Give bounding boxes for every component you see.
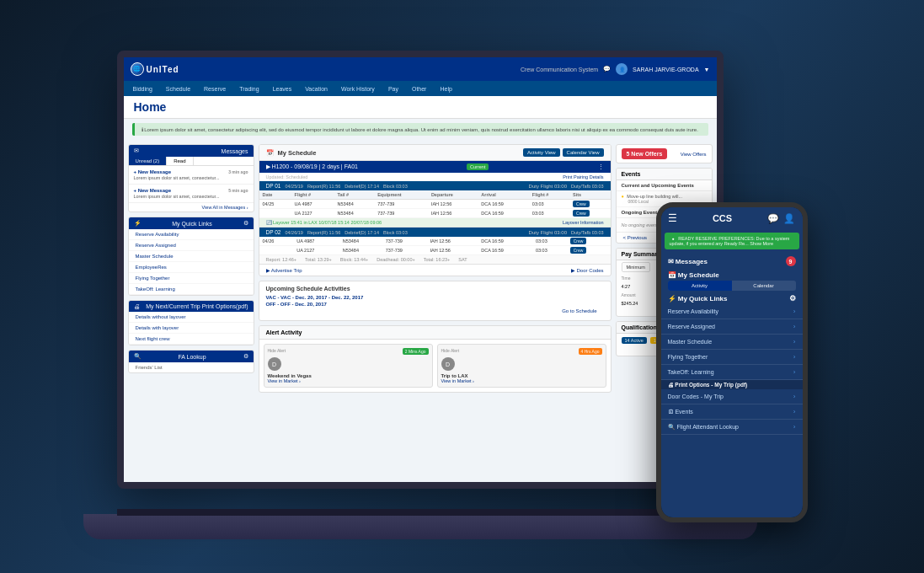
- nav-pay[interactable]: Pay: [386, 84, 401, 94]
- friends-list[interactable]: Friends' List: [129, 362, 254, 372]
- print-no-layover[interactable]: Details without layover: [129, 312, 254, 323]
- chat-icon[interactable]: 💬: [603, 66, 611, 72]
- quick-link-reserve-avail[interactable]: Reserve Availability: [129, 229, 254, 240]
- view-offers-link[interactable]: View Offers: [681, 152, 707, 157]
- trip-dates: 09/08/19: [294, 163, 317, 169]
- chevron-right-icon: ›: [793, 423, 796, 431]
- tab-read[interactable]: Read: [167, 157, 193, 165]
- laptop-hinge: [117, 509, 724, 516]
- amount-label: Amount: [622, 292, 636, 297]
- schedule-section: 📅 My Schedule Activity View Calendar Vie…: [259, 144, 612, 276]
- phone-user-icon[interactable]: 👤: [783, 213, 795, 224]
- phone-quick-links-section[interactable]: ⚡ My Quick Links ⚙: [661, 291, 803, 304]
- message-tabs: Unread (2) Read: [129, 157, 254, 166]
- calendar-view-btn[interactable]: Calendar View: [563, 148, 604, 157]
- phone-messages-section[interactable]: ✉ Messages 9: [661, 253, 803, 268]
- table-row: 04/25 UA 4987 N53484 737-739 IAH 12:56 D…: [259, 200, 611, 209]
- quick-link-master-schedule[interactable]: Master Schedule: [129, 251, 254, 262]
- info-banner: ℹ Lorem ipsum dolor sit amet, consectetu…: [132, 123, 708, 136]
- quick-link-flying-together[interactable]: Flying Together: [129, 273, 254, 284]
- events-header: Events: [617, 169, 712, 180]
- new-offers-button[interactable]: 5 New Offers: [622, 148, 668, 159]
- print-options-section: 🖨 My Next/Current Trip Print Options(pdf…: [128, 300, 254, 345]
- quick-link-reserve-assigned[interactable]: Reserve Assigned: [129, 240, 254, 251]
- hide-alert-1[interactable]: Hide Alert: [268, 348, 286, 355]
- nav-other[interactable]: Other: [409, 84, 430, 94]
- alert-link-1[interactable]: View in Market ›: [268, 378, 429, 383]
- nav-trading[interactable]: Trading: [237, 84, 261, 94]
- trip-actions: ▶ Advertise Trip ▶ Door Codes: [259, 265, 611, 276]
- crew-badge: Crew: [573, 201, 590, 207]
- nav-vacation[interactable]: Vacation: [302, 84, 330, 94]
- schedule-header: 📅 My Schedule Activity View Calendar Vie…: [259, 145, 611, 161]
- phone-fa-lookup[interactable]: 🔍 Flight Attendant Lookup ›: [661, 420, 803, 435]
- laptop-base: [83, 514, 757, 539]
- hamburger-icon[interactable]: ☰: [668, 212, 677, 224]
- nav-leaves[interactable]: Leaves: [270, 84, 295, 94]
- new-message-label-1[interactable]: + New Message: [134, 169, 172, 174]
- phone-header: ☰ CCS 💬 👤: [661, 207, 803, 229]
- schedule-title: 📅 My Schedule: [266, 149, 317, 157]
- print-with-layover[interactable]: Details with layover: [129, 323, 254, 334]
- phone-print-options-divider: 🖨 Print Options - My Trip (pdf): [661, 380, 803, 389]
- event-bullet: ●: [622, 194, 624, 199]
- crew-badge: Crew: [570, 247, 587, 254]
- go-schedule-link[interactable]: Go to Schedule: [562, 308, 596, 313]
- phone-chat-icon[interactable]: 💬: [767, 213, 779, 224]
- alert-link-2[interactable]: View in Market ›: [441, 378, 602, 383]
- phone-schedule-section[interactable]: 📅 My Schedule: [661, 268, 803, 281]
- advertise-trip-link[interactable]: ▶ Advertise Trip: [266, 267, 302, 273]
- phone-reserve-assigned[interactable]: Reserve Assigned ›: [661, 319, 803, 335]
- quick-link-employeeres[interactable]: EmployeeRes: [129, 262, 254, 273]
- phone-master-schedule[interactable]: Master Schedule ›: [661, 335, 803, 350]
- more-icon[interactable]: ⋮: [598, 163, 604, 170]
- new-message-label-2[interactable]: + New Message: [134, 188, 172, 193]
- chevron-right-icon: ›: [793, 393, 796, 400]
- door-codes-link[interactable]: ▶ Door Codes: [571, 267, 604, 273]
- nav-work-history[interactable]: Work History: [339, 84, 377, 94]
- minimum-button[interactable]: Minimum: [622, 262, 650, 272]
- quick-links-section: ⚡ My Quick Links ⚙ Reserve Availability …: [128, 217, 254, 296]
- active-count: 14 Active: [622, 337, 647, 344]
- print-next-flight-crew[interactable]: Next flight crew: [129, 334, 254, 345]
- phone-tab-activity[interactable]: Activity: [668, 281, 732, 291]
- fa-lookup-header: 🔍 FA Lookup ⚙: [129, 351, 254, 362]
- print-pairing-link[interactable]: Print Pairing Details: [563, 174, 603, 179]
- phone-events[interactable]: 🗓 Events ›: [661, 404, 803, 420]
- nav-help[interactable]: Help: [437, 84, 454, 94]
- tab-unread[interactable]: Unread (2): [129, 157, 168, 165]
- content-area: ✉ Messages Unread (2) Read + New Message…: [124, 140, 717, 482]
- dp02-date: 04/26/19: [285, 230, 302, 235]
- msg-text-1: Lorem ipsum dolor sit amet, consectetur.…: [134, 175, 248, 180]
- phone-gear-icon[interactable]: ⚙: [789, 294, 796, 303]
- messages-title: Messages: [222, 148, 248, 154]
- nav-reserve[interactable]: Reserve: [201, 84, 228, 94]
- gear-icon[interactable]: ⚙: [243, 220, 248, 227]
- view-all-messages[interactable]: View All in Messages ›: [129, 203, 254, 212]
- trip-id: H1200: [271, 163, 289, 169]
- message-item-2: + New Message 5 min ago Lorem ipsum dolo…: [129, 185, 254, 203]
- phone-tab-calendar[interactable]: Calendar: [732, 281, 796, 291]
- phone-takeoff[interactable]: TakeOff: Learning ›: [661, 365, 803, 380]
- nav-schedule[interactable]: Schedule: [163, 84, 193, 94]
- layover-info-link[interactable]: Layover Information: [563, 220, 604, 225]
- col-tail: Tail #: [334, 190, 374, 200]
- phone-reserve-avail[interactable]: Reserve Availability ›: [661, 304, 803, 319]
- chevron-down-icon[interactable]: ▼: [704, 67, 710, 72]
- laptop-container: 🌐 UnITed Crew Communication System 💬 👤 S…: [117, 51, 808, 539]
- chevron-right-icon: ›: [793, 353, 796, 361]
- fa-gear-icon[interactable]: ⚙: [243, 353, 248, 360]
- nav-bidding[interactable]: Bidding: [131, 84, 155, 94]
- dp01-flight-table: Date Flight # Tail # Equipment Departure…: [259, 190, 611, 218]
- page-title: Home: [124, 96, 717, 119]
- activity-view-btn[interactable]: Activity View: [523, 148, 560, 157]
- previous-nav[interactable]: < Previous: [623, 235, 648, 240]
- alert-activity-header: Alert Activity: [259, 326, 611, 340]
- quick-link-takeoff[interactable]: TakeOff: Learning: [129, 284, 254, 295]
- phone-flying-together[interactable]: Flying Together ›: [661, 350, 803, 365]
- phone-door-codes[interactable]: Door Codes - My Trip ›: [661, 389, 803, 404]
- upcoming-footer: Go to Schedule: [266, 308, 604, 316]
- dp02-flight-table: 04/26 UA 4987 N53484 737-739 IAH 12:56 D…: [259, 237, 611, 255]
- header-right: Crew Communication System 💬 👤 SARAH JARV…: [521, 63, 710, 75]
- hide-alert-2[interactable]: Hide Alert: [441, 348, 460, 355]
